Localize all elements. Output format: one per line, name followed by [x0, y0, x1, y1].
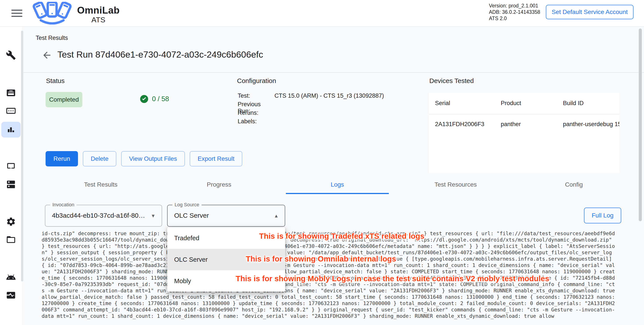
devices-icon — [6, 161, 16, 171]
annotation-tradefed: This is for showing Tradefed xTS related… — [259, 232, 424, 240]
result-tabs: Test Results Progress Logs Test Resource… — [42, 175, 633, 194]
device-serial: 2A131FDH2006F3 — [435, 121, 484, 128]
config-row-test: Test: CTS 15.0 (ARM) - CTS 15_r3 (130928… — [238, 92, 384, 99]
back-button[interactable] — [42, 50, 52, 60]
monitoring-icon — [6, 290, 16, 300]
app-brand: OmniLab ATS — [77, 5, 120, 24]
test-plans-icon — [6, 88, 16, 98]
menu-icon[interactable] — [12, 8, 22, 18]
app-name: OmniLab — [77, 5, 120, 15]
sidebar-item-hosts[interactable] — [1, 176, 20, 192]
configuration-heading: Configuration — [237, 77, 276, 84]
sidebar-item-schedule[interactable] — [1, 103, 20, 119]
sidebar-scrollbar[interactable] — [21, 31, 23, 282]
check-circle-icon — [139, 94, 149, 104]
config-row-reruns: Reruns: — [238, 110, 274, 116]
sidebar-item-android[interactable] — [1, 269, 20, 285]
log-source-select-value: OLC Server — [174, 212, 209, 219]
log-source-select-label: Log Source — [172, 202, 202, 208]
config-label: Labels: — [238, 118, 274, 125]
build-icon — [6, 50, 16, 60]
sidebar-item-file-browser[interactable] — [1, 232, 20, 248]
rerun-button[interactable]: Rerun — [46, 151, 78, 166]
version-info: Version: prod_2.1.001 ADB: 36.0.2-141433… — [489, 3, 540, 22]
devices-table: Serial Product Build ID 2A131FDH2006F3 p… — [429, 93, 620, 173]
action-buttons: Rerun Delete View Output Files Export Re… — [46, 151, 242, 166]
device-build-id: panther-userdebug 15 — [563, 121, 620, 128]
invocation-select-label: Invocation — [50, 202, 76, 208]
devices-table-header: Serial Product Build ID — [429, 93, 620, 114]
tab-label: Config — [565, 181, 583, 188]
invocation-select[interactable]: Invocation 4b3acd44-eb10-37cd-a16f-803f…… — [45, 205, 162, 227]
annotation-olc-server: This is for showing Omnilab internal log… — [246, 254, 396, 263]
file-browser-icon — [6, 234, 16, 245]
arrow-back-icon — [42, 50, 52, 60]
config-label: Test: — [238, 92, 274, 99]
sidebar-nav — [0, 26, 22, 325]
tab-label: Test Resources — [434, 181, 477, 188]
status-badge: Completed — [46, 92, 82, 107]
full-log-button[interactable]: Full Log — [584, 208, 621, 224]
android-icon — [6, 272, 16, 282]
tab-label: Test Results — [84, 181, 118, 188]
devices-tested-heading: Devices Tested — [429, 77, 474, 84]
tab-label: Progress — [207, 181, 231, 188]
tab-logs[interactable]: Logs — [278, 175, 396, 194]
chevron-down-icon: ▼ — [151, 213, 156, 219]
app-header: OmniLab ATS Version: prod_2.1.001 ADB: 3… — [0, 0, 644, 27]
device-product: panther — [501, 121, 521, 128]
test-results-icon — [6, 124, 16, 135]
ats-line: ATS 2.0 — [489, 15, 540, 22]
breadcrumb: Test Results — [36, 34, 68, 42]
app-subtitle: ATS — [77, 15, 120, 24]
sidebar-item-test-results[interactable] — [1, 122, 20, 138]
settings-icon — [6, 216, 16, 227]
tab-test-resources[interactable]: Test Resources — [396, 175, 515, 194]
tab-label: Logs — [331, 181, 344, 188]
view-output-files-button[interactable]: View Output Files — [121, 151, 185, 166]
failed-total-count: 0 / 58 — [139, 94, 169, 104]
config-value: CTS 15.0 (ARM) - CTS 15_r3 (13092887) — [274, 92, 384, 99]
status-heading: Status — [46, 77, 64, 84]
config-row-labels: Labels: — [238, 118, 274, 125]
sidebar-item-settings[interactable] — [1, 214, 20, 230]
annotation-mobly: This is for showing Mobly Logs, in case … — [236, 274, 549, 283]
column-header-build-id: Build ID — [563, 100, 584, 107]
sidebar-item-devices[interactable] — [1, 158, 20, 174]
config-label: Reruns: — [238, 110, 274, 116]
active-tab-indicator — [286, 193, 389, 194]
divider — [22, 72, 644, 73]
version-line: Version: prod_2.1.001 — [489, 3, 540, 9]
page-title: Test Run 87d406e1-e730-4072-a03c-249c6b6… — [58, 50, 263, 60]
export-result-button[interactable]: Export Result — [190, 151, 242, 166]
tab-progress[interactable]: Progress — [160, 175, 278, 194]
column-header-serial: Serial — [435, 100, 450, 107]
adb-line: ADB: 36.0.2-14143358 — [489, 9, 540, 15]
page-scrollbar-thumb[interactable] — [639, 28, 642, 221]
set-default-service-account-button[interactable]: Set Default Service Account — [546, 5, 634, 19]
failed-total-label: 0 / 58 — [152, 95, 169, 103]
hosts-icon — [6, 179, 16, 190]
chevron-up-icon: ▲ — [274, 213, 279, 219]
sidebar-item-build[interactable] — [1, 47, 20, 63]
tab-test-results[interactable]: Test Results — [42, 175, 160, 194]
sidebar-item-test-plans[interactable] — [1, 85, 20, 101]
delete-button[interactable]: Delete — [83, 151, 116, 166]
log-source-select[interactable]: Log Source OLC Server ▲ — [167, 205, 285, 227]
invocation-select-value: 4b3acd44-eb10-37cd-a16f-803f… — [52, 212, 146, 219]
schedule-icon — [6, 106, 16, 116]
sidebar-item-monitoring[interactable] — [1, 287, 20, 303]
app-window: OmniLab ATS Version: prod_2.1.001 ADB: 3… — [0, 0, 644, 325]
tab-config[interactable]: Config — [515, 175, 633, 194]
column-header-product: Product — [501, 100, 521, 107]
omnilab-logo-icon — [30, 2, 74, 24]
